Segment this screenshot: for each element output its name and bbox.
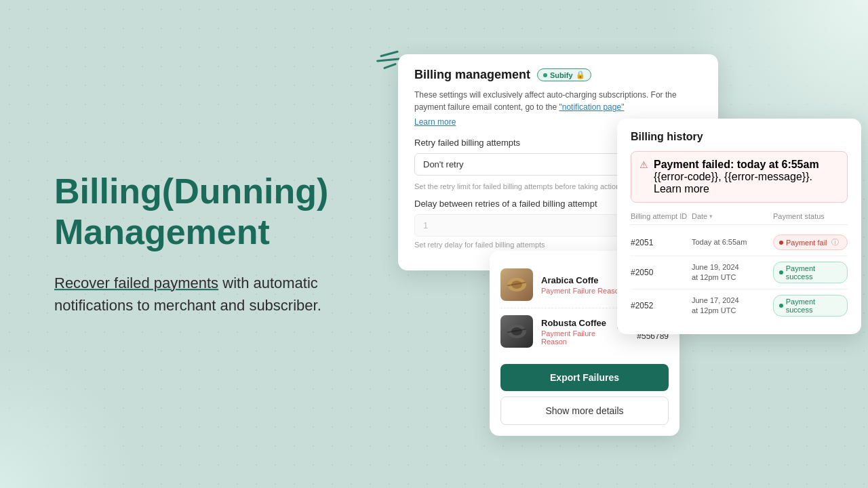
table-row: #2050 June 19, 2024at 12pm UTC Payment s… (631, 256, 848, 289)
col-date[interactable]: Date ▾ (692, 212, 773, 220)
card-actions: Export Failures Show more details (490, 354, 679, 436)
alert-content: Payment failed: today at 6:55am {{error-… (654, 159, 839, 195)
deco-line-3 (383, 63, 397, 70)
card-title: Billing management (414, 68, 530, 82)
product-image-arabica (500, 268, 533, 301)
export-failures-button[interactable]: Export Failures (500, 364, 669, 391)
col-status: Payment status (773, 212, 848, 220)
table-row: #2052 June 17, 2024at 12pm UTC Payment s… (631, 289, 848, 322)
warning-icon: ⚠ (639, 159, 648, 170)
alert-learn-more[interactable]: Learn more (654, 183, 709, 195)
status-badge-success: Payment success (773, 295, 848, 317)
show-more-details-button[interactable]: Show more details (500, 396, 669, 425)
notification-page-link[interactable]: "notification page" (559, 102, 624, 112)
page-title: Billing(Dunning) Management (54, 171, 339, 253)
alert-title: Payment failed: today at 6:55am (654, 159, 819, 170)
date-cell: Today at 6:55am (692, 237, 773, 247)
status-badge-success: Payment success (773, 262, 848, 283)
table-header: Billing attempt ID Date ▾ Payment status (631, 212, 848, 225)
subify-icon: 🔒 (576, 70, 585, 79)
date-cell: June 19, 2024at 12pm UTC (692, 262, 773, 283)
deco-line-2 (376, 58, 400, 62)
payment-failed-alert: ⚠ Payment failed: today at 6:55am {{erro… (631, 151, 848, 203)
alert-subtitle: {{error-code}}, {{error-message}}. (654, 171, 812, 182)
card-header: Billing management Subify 🔒 (414, 68, 702, 82)
col-attempt-id: Billing attempt ID (631, 212, 692, 220)
subtitle-link: Recover failed payments (54, 274, 218, 291)
attempt-id: #2050 (631, 268, 692, 277)
product-info: Robusta Coffee Payment Failure Reason (541, 318, 609, 346)
subify-dot (543, 73, 547, 77)
billing-history-card: Billing history ⚠ Payment failed: today … (617, 119, 861, 334)
subify-label: Subify (550, 71, 573, 79)
attempt-id: #2052 (631, 301, 692, 310)
success-dot (779, 270, 783, 274)
date-cell: June 17, 2024at 12pm UTC (692, 296, 773, 317)
product-reason: Payment Failure Reason (541, 329, 609, 346)
subify-badge: Subify 🔒 (537, 68, 591, 81)
billing-history-title: Billing history (631, 131, 848, 143)
success-dot (779, 304, 783, 308)
card-description: These settings will exclusively affect a… (414, 89, 702, 113)
product-image-robusta (500, 315, 533, 348)
bg-gradient-bl (0, 352, 136, 488)
sort-icon: ▾ (709, 213, 713, 220)
table-row: #2051 Today at 6:55am Payment fail ⓘ (631, 229, 848, 256)
status-badge-fail: Payment fail ⓘ (773, 235, 848, 250)
fail-dot (779, 241, 783, 245)
left-content: Billing(Dunning) Management Recover fail… (54, 171, 339, 317)
info-icon: ⓘ (831, 237, 839, 247)
product-name: Robusta Coffee (541, 318, 609, 328)
page-subtitle: Recover failed payments with automatic n… (54, 272, 339, 317)
attempt-id: #2051 (631, 238, 692, 247)
